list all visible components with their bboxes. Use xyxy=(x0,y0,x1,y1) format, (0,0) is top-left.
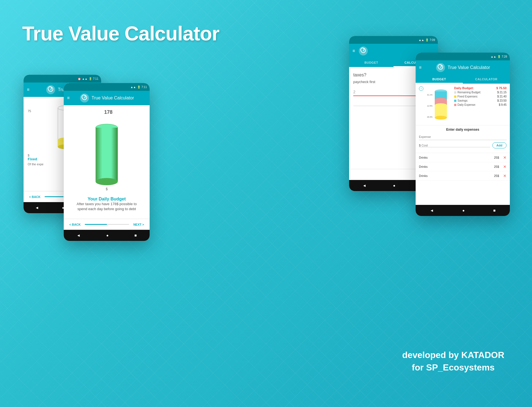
back-nav-icon-3[interactable]: ◄ xyxy=(362,183,366,188)
phone-title-2: True Value Calculator xyxy=(92,96,134,101)
menu-icon-3[interactable]: ≡ xyxy=(352,48,355,53)
square-nav-icon-4[interactable]: ■ xyxy=(493,208,495,213)
phone-header-4: ≡ True Value Calculator xyxy=(416,60,510,75)
status-bar-3: ▲▲ 🔋 7:09 xyxy=(349,36,438,44)
phone-content-2: 178 xyxy=(64,105,150,219)
cylinder-visual-2 xyxy=(93,119,121,189)
home-nav-icon-2[interactable]: ● xyxy=(106,233,108,238)
battery-icon: 🔋 xyxy=(89,77,92,80)
stacked-cylinder-svg xyxy=(433,86,449,122)
cylinder-top-label: 178 xyxy=(104,109,112,115)
system-nav-2: ◄ ● ■ xyxy=(64,230,150,241)
back-nav-icon-1[interactable]: ◄ xyxy=(35,205,39,210)
scale-top-1: 75 xyxy=(28,109,31,113)
signal-icon-3: ▲▲ xyxy=(419,38,424,42)
budget-chart: 31.1% 12.5% 28.3% xyxy=(427,86,452,122)
expense-cost-row: $ Add xyxy=(419,142,507,148)
phone-mockup-4: ▲▲ 🔋 7:28 ≡ True Value Calculator BUDGET… xyxy=(416,53,510,216)
logo-1 xyxy=(46,85,56,95)
back-button-1[interactable]: < BACK xyxy=(29,195,40,199)
pct-label-3: 28.3% xyxy=(427,116,433,118)
phone-header-2: ≡ True Value Calculator xyxy=(64,91,150,105)
logo-2 xyxy=(80,93,89,103)
status-bar-2: ▲▲ 🔋 7:11 xyxy=(64,83,150,91)
stat-savings: Savings: $ 23.50 xyxy=(454,99,507,102)
cost-input[interactable] xyxy=(421,144,490,147)
clock-icon: ⏰ xyxy=(78,77,81,80)
fixed-dot xyxy=(454,96,456,98)
phone-mockup-2: ▲▲ 🔋 7:11 ≡ True Value Calculator 178 xyxy=(64,83,150,241)
remaining-dot xyxy=(454,91,456,94)
progress-bar-2 xyxy=(85,224,129,225)
back-nav-icon-2[interactable]: ◄ xyxy=(77,233,81,238)
time-display-2: 7:11 xyxy=(142,86,147,89)
status-icons-4: ▲▲ 🔋 7:28 xyxy=(491,55,507,58)
expense-title: Enter daily expenses xyxy=(419,128,507,132)
status-icons-2: ▲▲ 🔋 7:11 xyxy=(131,86,147,89)
logo-3 xyxy=(358,46,368,56)
next-button-2[interactable]: NEXT > xyxy=(133,223,144,226)
phone-content-4: i 31.1% 12.5% 28.3% xyxy=(416,84,510,205)
stat-remaining: Remaining Budget: $ 21.15 xyxy=(454,91,507,94)
stat-fixed: Fixed Expenses: $ 21.40 xyxy=(454,95,507,98)
time-display-1: 7:11 xyxy=(93,77,98,80)
budget-title: Your Daily Budget xyxy=(69,197,144,202)
delete-icon-2[interactable]: ✕ xyxy=(503,164,507,169)
logo-4 xyxy=(436,63,446,73)
phone-bottom-nav-2: < BACK NEXT > xyxy=(64,219,150,230)
budget-description: After taxes you have 178$ possible to sp… xyxy=(69,202,144,212)
menu-icon-4[interactable]: ≡ xyxy=(419,65,421,70)
signal-icon-2: ▲▲ xyxy=(131,86,136,89)
budget-stats: Daily Budget: $ 75.50 Remaining Budget: … xyxy=(454,86,507,107)
cost-input-wrapper: $ xyxy=(419,144,490,147)
svg-point-22 xyxy=(435,116,447,120)
savings-dot xyxy=(454,100,456,102)
svg-rect-10 xyxy=(96,128,118,182)
stat-daily-expense: Daily Expense: $ 9.45 xyxy=(454,103,507,106)
tab-budget-3[interactable]: BUDGET xyxy=(349,58,393,67)
delete-icon-3[interactable]: ✕ xyxy=(503,174,507,178)
menu-icon-1[interactable]: ≡ xyxy=(27,87,29,92)
home-nav-icon-3[interactable]: ● xyxy=(393,183,395,188)
developer-credit: developed by KATADOR for SP_Ecosystems xyxy=(402,349,504,374)
square-nav-icon-2[interactable]: ■ xyxy=(134,233,137,238)
time-display-4: 7:28 xyxy=(502,55,507,58)
budget-content-4: i 31.1% 12.5% 28.3% xyxy=(416,84,510,205)
phone-tabs-4: BUDGET CALCULATOR xyxy=(416,75,510,84)
phone-title-4: True Value Calculator xyxy=(448,65,490,70)
expense-dot xyxy=(454,104,456,106)
status-icons-3: ▲▲ 🔋 7:09 xyxy=(419,38,435,42)
info-icon-4[interactable]: i xyxy=(419,86,423,91)
home-nav-icon-4[interactable]: ● xyxy=(462,208,464,213)
signal-icon: ▲▲ xyxy=(82,77,88,80)
status-icons-1: ⏰ ▲▲ 🔋 7:11 xyxy=(78,77,98,80)
system-nav-4: ◄ ● ■ xyxy=(416,205,510,216)
list-item: Drinks 25$ ✕ xyxy=(416,162,510,171)
stat-daily-budget: Daily Budget: $ 75.50 xyxy=(454,86,507,90)
delete-icon-1[interactable]: ✕ xyxy=(503,155,507,160)
expense-list: Drinks 25$ ✕ Drinks 25$ ✕ Drinks 25$ ✕ xyxy=(416,153,510,181)
pct-label-2: 12.5% xyxy=(427,105,433,107)
cost-prefix: $ xyxy=(419,144,421,147)
budget-info-row: i 31.1% 12.5% 28.3% xyxy=(416,84,510,125)
expense-name-input[interactable] xyxy=(419,134,507,140)
signal-icon-4: ▲▲ xyxy=(491,55,496,58)
battery-icon-2: 🔋 xyxy=(137,86,140,89)
status-bar-1: ⏰ ▲▲ 🔋 7:11 xyxy=(24,75,101,83)
battery-icon-3: 🔋 xyxy=(425,38,429,42)
add-expense-button[interactable]: Add xyxy=(492,142,507,148)
back-nav-icon-4[interactable]: ◄ xyxy=(430,208,434,213)
tab-budget-4[interactable]: BUDGET xyxy=(416,75,463,84)
calc-input-value-3: 2 xyxy=(353,90,355,94)
time-display-3: 7:09 xyxy=(430,38,435,42)
pct-label-1: 31.1% xyxy=(427,94,433,96)
battery-icon-4: 🔋 xyxy=(497,55,501,58)
expense-section: Enter daily expenses $ Add xyxy=(416,125,510,153)
list-item: Drinks 25$ ✕ xyxy=(416,153,510,162)
page-title: True Value Calculator xyxy=(22,22,219,45)
tab-calculator-4[interactable]: CALCULATOR xyxy=(463,75,510,84)
back-button-2[interactable]: < BACK xyxy=(69,223,81,226)
menu-icon-2[interactable]: ≡ xyxy=(67,96,70,101)
svg-point-11 xyxy=(96,178,118,185)
list-item: Drinks 25$ ✕ xyxy=(416,171,510,181)
